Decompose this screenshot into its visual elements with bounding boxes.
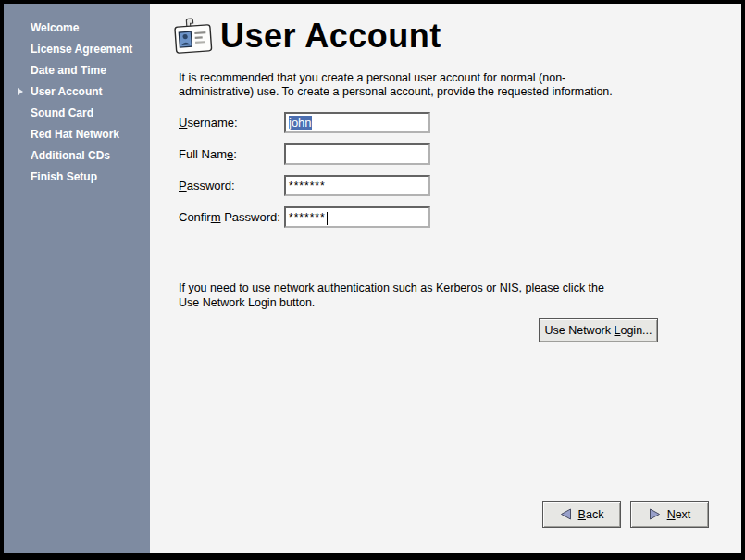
back-arrow-icon: [560, 508, 572, 520]
text-caret: [327, 212, 328, 225]
back-button[interactable]: Back: [542, 501, 621, 528]
next-button[interactable]: Next: [630, 501, 709, 528]
sidebar-item-red-hat-network: Red Hat Network: [4, 124, 150, 145]
main-content: User Account It is recommended that you …: [150, 4, 741, 553]
sidebar-item-sound-card: Sound Card: [4, 103, 150, 124]
network-auth-text: If you need to use network authenticatio…: [179, 280, 604, 310]
use-network-login-button[interactable]: Use Network Login...: [539, 318, 658, 342]
active-step-arrow-icon: [18, 88, 23, 95]
username-label: Username:: [179, 112, 238, 134]
selected-text: john: [289, 116, 312, 130]
full-name-input[interactable]: [284, 143, 430, 165]
id-badge-icon: [172, 16, 215, 58]
password-label: Password:: [179, 175, 235, 197]
intro-text: It is recommended that you create a pers…: [179, 71, 613, 99]
confirm-password-input[interactable]: *******: [284, 206, 430, 228]
sidebar-item-license-agreement: License Agreement: [4, 39, 150, 60]
sidebar-item-finish-setup: Finish Setup: [4, 167, 150, 188]
next-arrow-icon: [649, 508, 661, 520]
page-title: User Account: [220, 17, 441, 56]
username-input[interactable]: john: [284, 112, 430, 133]
confirm-password-label: Confirm Password:: [179, 206, 280, 229]
password-input[interactable]: *******: [284, 175, 430, 196]
sidebar-item-user-account: User Account: [4, 81, 150, 103]
sidebar-item-welcome: Welcome: [4, 18, 150, 39]
sidebar-item-date-and-time: Date and Time: [4, 60, 150, 81]
wizard-steps-sidebar: Welcome License Agreement Date and Time …: [4, 4, 150, 553]
firstboot-window: Welcome License Agreement Date and Time …: [4, 4, 741, 553]
full-name-label: Full Name:: [179, 143, 237, 166]
sidebar-item-additional-cds: Additional CDs: [4, 145, 150, 167]
